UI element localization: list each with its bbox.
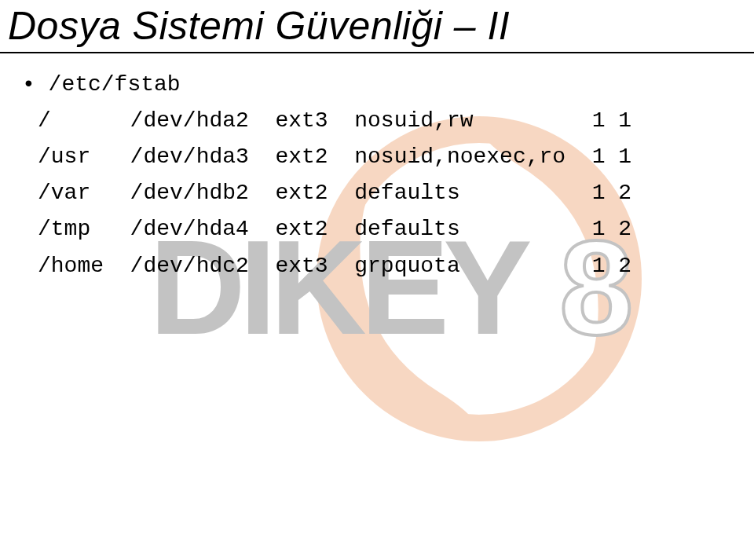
fstab-table: / /dev/hda2 ext3 nosuid,rw 1 1 /usr /dev… [0, 103, 754, 284]
bullet-etc-fstab: /etc/fstab [0, 68, 754, 103]
page-title: Dosya Sistemi Güvenliği – II [0, 0, 754, 53]
slide-content: Dosya Sistemi Güvenliği – II /etc/fstab … [0, 0, 754, 284]
bullet-label: /etc/fstab [49, 72, 181, 97]
